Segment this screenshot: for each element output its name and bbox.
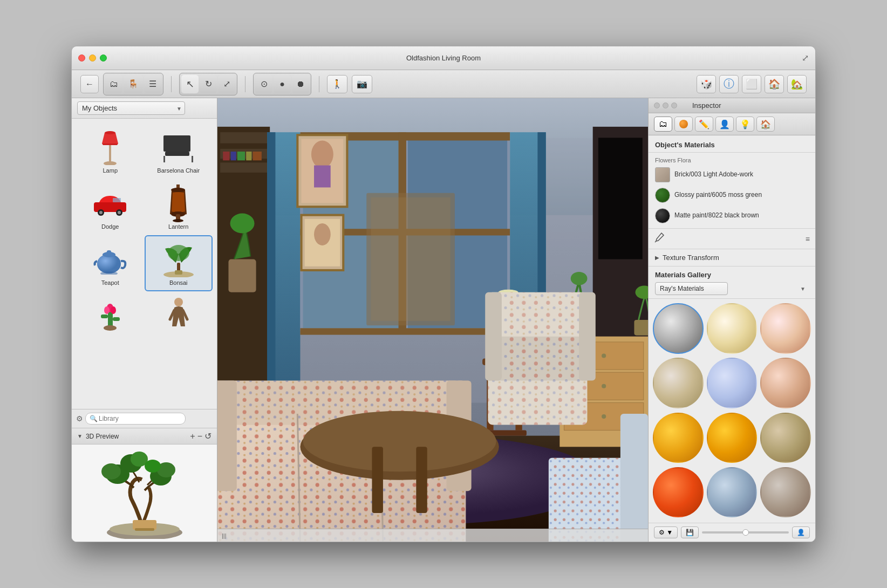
inspector-tabs: 🗂 ✏️ 👤 💡 🏠 (649, 113, 815, 135)
objects-icon: 🗂 (110, 79, 118, 89)
select-tool-button[interactable]: ↖ (181, 75, 199, 93)
home-button[interactable]: 🏡 (787, 75, 807, 93)
lantern-label: Lantern (168, 223, 188, 230)
preview-section: ▼ 3D Preview + − ↺ (72, 428, 217, 542)
inspector-tab-light[interactable]: 💡 (736, 117, 754, 132)
material-swatch-4[interactable] (653, 358, 704, 408)
inspector-tab-edit[interactable]: ✏️ (695, 117, 713, 132)
inspector-tab-sphere[interactable] (674, 117, 693, 132)
info-button[interactable]: ⓘ (719, 75, 739, 93)
svg-rect-28 (175, 270, 182, 275)
objects-dropdown-wrapper[interactable]: My Objects ▼ (77, 101, 185, 115)
preview-header[interactable]: ▼ 3D Preview + − ↺ (72, 428, 217, 445)
preview-refresh-button[interactable]: ↺ (204, 431, 211, 441)
layout1-icon: ⬜ (746, 78, 758, 90)
inspector-title: Inspector (692, 101, 721, 110)
zoom-in-button[interactable]: + (190, 431, 195, 441)
moss-material-name: Glossy paint/6005 moss green (674, 191, 809, 200)
dot-btn[interactable]: ● (274, 75, 291, 93)
material-swatch-11[interactable] (707, 467, 758, 518)
material-swatch-1[interactable] (653, 303, 704, 354)
material-swatch-8[interactable] (707, 413, 758, 463)
svg-point-36 (174, 298, 183, 306)
objects-view-button[interactable]: 🗂 (105, 75, 122, 93)
layout2-icon: 🏠 (768, 78, 780, 90)
circle-btn[interactable]: ⊙ (255, 75, 272, 93)
svg-rect-31 (113, 317, 120, 321)
back-button[interactable]: ← (80, 75, 99, 93)
object-item-cactus[interactable] (76, 291, 145, 341)
material-swatch-6[interactable] (760, 358, 811, 408)
preview-area (72, 445, 217, 542)
gallery-dropdown[interactable]: Ray's MaterialsStandard MaterialsCustom … (655, 282, 728, 295)
material-item-black[interactable]: Matte paint/8022 black brown (649, 206, 815, 226)
material-swatch-3[interactable] (760, 303, 811, 354)
eyedropper-button[interactable] (654, 232, 665, 245)
layout1-button[interactable]: ⬜ (742, 75, 761, 93)
move-tool-button[interactable]: ⤢ (218, 75, 235, 93)
svg-rect-5 (163, 135, 190, 152)
dodge-label: Dodge (101, 223, 119, 230)
svg-rect-134 (634, 320, 648, 336)
texture-transform-header[interactable]: ▶ Texture Transform (655, 254, 809, 262)
record-btn[interactable]: ⏺ (292, 75, 309, 93)
svg-rect-67 (253, 152, 261, 160)
texture-collapse-icon: ▶ (655, 255, 659, 261)
dodge-icon (91, 192, 129, 216)
zoom-out-button[interactable]: − (197, 431, 202, 441)
object-item-lantern[interactable]: Lantern (145, 179, 213, 235)
chair-view-button[interactable]: 🪑 (124, 75, 143, 93)
svg-point-16 (171, 188, 185, 192)
search-input[interactable] (85, 413, 186, 425)
gallery-slider[interactable] (702, 531, 789, 534)
bonsai-label: Bonsai (169, 279, 188, 286)
teapot-icon (93, 245, 128, 275)
inspector-tab-house[interactable]: 🏠 (756, 117, 775, 132)
svg-rect-131 (228, 259, 256, 292)
gallery-person-button[interactable]: 👤 (792, 527, 810, 538)
material-item-moss[interactable]: Glossy paint/6005 moss green (649, 185, 815, 206)
object-item-lamp[interactable]: Lamp (76, 123, 145, 179)
minimize-button[interactable] (89, 54, 96, 61)
layout2-button[interactable]: 🏠 (765, 75, 784, 93)
svg-rect-89 (371, 197, 450, 321)
object-item-person[interactable] (145, 291, 213, 341)
object-item-dodge[interactable]: Dodge (76, 179, 145, 235)
inspector-close-btn[interactable] (654, 102, 660, 108)
material-swatch-5[interactable] (707, 358, 758, 408)
material-swatch-2[interactable] (707, 303, 758, 354)
dice-button[interactable]: 🎲 (697, 75, 716, 93)
material-swatch-7[interactable] (653, 413, 704, 463)
camera-button[interactable]: 📷 (352, 75, 372, 93)
gallery-save-icon: 💾 (686, 529, 694, 536)
rotate-tool-button[interactable]: ↻ (200, 75, 217, 93)
svg-point-34 (104, 306, 110, 314)
viewport[interactable]: ||| (217, 98, 648, 542)
materials-menu-button[interactable]: ≡ (806, 233, 810, 244)
inspector-maximize-btn[interactable] (671, 102, 677, 108)
expand-icon[interactable]: ⤢ (802, 53, 809, 63)
gallery-gear-button[interactable]: ⚙ ▼ (654, 527, 678, 538)
inspector-tab-person[interactable]: 👤 (715, 117, 734, 132)
material-swatch-9[interactable] (760, 413, 811, 463)
maximize-button[interactable] (100, 54, 107, 61)
object-item-teapot[interactable]: Teapot (76, 235, 145, 291)
search-settings-button[interactable]: ⚙ (76, 414, 83, 423)
traffic-lights (78, 54, 107, 61)
objects-dropdown[interactable]: My Objects (77, 101, 185, 115)
object-item-bonsai[interactable]: Bonsai (145, 235, 213, 291)
tool-group: ↖ ↻ ⤢ (179, 73, 237, 95)
gallery-save-button[interactable]: 💾 (681, 527, 699, 538)
gallery-dropdown-wrapper[interactable]: Ray's MaterialsStandard MaterialsCustom … (655, 282, 809, 295)
list-view-button[interactable]: ☰ (144, 75, 161, 93)
material-swatch-12[interactable] (760, 467, 811, 518)
toolbar-right: 🎲 ⓘ ⬜ 🏠 🏡 (697, 75, 807, 93)
material-swatch-10[interactable] (653, 467, 704, 518)
object-item-barselona[interactable]: Barselona Chair (145, 123, 213, 179)
material-item-brick[interactable]: Brick/003 Light Adobe-work (649, 165, 815, 185)
inspector-tab-objects[interactable]: 🗂 (654, 117, 672, 132)
close-button[interactable] (78, 54, 85, 61)
walk-button[interactable]: 🚶 (327, 75, 347, 93)
svg-line-136 (655, 241, 656, 242)
inspector-minimize-btn[interactable] (663, 102, 668, 108)
